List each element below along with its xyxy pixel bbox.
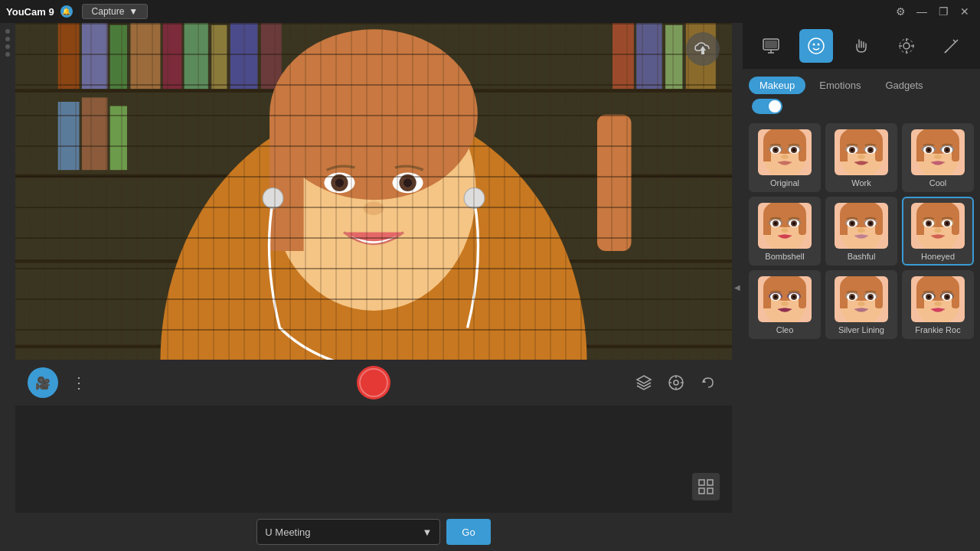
- pen-tab-icon[interactable]: [935, 29, 969, 63]
- makeup-item-cleo[interactable]: Cleo: [749, 270, 821, 339]
- monitor-tab-icon[interactable]: [754, 29, 788, 63]
- makeup-item-silver-lining[interactable]: Silver Lining: [825, 270, 897, 339]
- toggle-knob: [769, 100, 781, 112]
- svg-rect-7: [185, 23, 208, 89]
- ar-tab-icon[interactable]: [890, 29, 923, 63]
- makeup-label-cool: Cool: [929, 178, 947, 187]
- svg-point-32: [399, 174, 416, 191]
- footer-bar: U Meeting ▼ Go: [15, 513, 732, 551]
- grid-icon: [698, 479, 714, 494]
- collapse-handle[interactable]: ◀: [732, 23, 743, 551]
- settings-icon[interactable]: ⚙: [891, 2, 910, 21]
- left-dot-2: [5, 37, 10, 41]
- minimize-icon[interactable]: —: [913, 2, 931, 21]
- effects-icon[interactable]: [665, 371, 688, 394]
- right-panel-tabs: Makeup Emotions Gadgets: [743, 69, 980, 99]
- svg-point-109: [792, 222, 795, 225]
- svg-rect-8: [211, 25, 227, 90]
- svg-point-34: [364, 201, 384, 215]
- svg-rect-5: [130, 23, 160, 89]
- svg-rect-18: [15, 89, 732, 92]
- app-logo: YouCam 9 🔔: [6, 5, 73, 18]
- more-icon: ⋮: [71, 373, 87, 392]
- right-panel-top-icons: [743, 23, 980, 69]
- layers-icon[interactable]: [632, 371, 655, 394]
- svg-rect-0: [15, 23, 732, 360]
- go-button[interactable]: Go: [446, 519, 490, 545]
- svg-point-83: [869, 148, 872, 152]
- makeup-item-cool[interactable]: Cool: [902, 123, 974, 192]
- svg-rect-15: [636, 23, 662, 89]
- svg-point-171: [927, 295, 930, 298]
- upload-button[interactable]: [686, 32, 720, 66]
- svg-point-25: [270, 29, 478, 200]
- svg-point-80: [851, 148, 854, 152]
- makeup-grid: Original: [743, 120, 980, 342]
- makeup-toggle[interactable]: [752, 99, 782, 114]
- svg-point-175: [934, 302, 942, 306]
- svg-rect-47: [707, 480, 713, 485]
- dropdown-arrow-icon: ▼: [422, 527, 432, 538]
- svg-point-158: [851, 295, 854, 298]
- svg-point-33: [403, 178, 412, 187]
- makeup-item-frankie-roc[interactable]: Frankie Roc: [902, 270, 974, 339]
- timeline-panel: [15, 406, 732, 513]
- record-ring: [359, 368, 388, 397]
- svg-point-145: [774, 295, 777, 298]
- meeting-dropdown[interactable]: U Meeting ▼: [256, 519, 440, 545]
- face-tab-icon[interactable]: [799, 29, 833, 63]
- camera-button[interactable]: 🎥: [28, 367, 58, 398]
- grid-view-button[interactable]: [692, 473, 720, 500]
- makeup-face-cleo: [758, 276, 812, 322]
- makeup-label-bombshell: Bombshell: [765, 252, 804, 261]
- svg-point-97: [934, 155, 942, 159]
- svg-point-161: [869, 295, 872, 298]
- svg-rect-14: [612, 23, 634, 89]
- notification-bell[interactable]: 🔔: [60, 5, 73, 18]
- restore-icon[interactable]: ❐: [934, 2, 952, 21]
- svg-rect-2: [58, 23, 80, 89]
- svg-point-30: [335, 178, 344, 187]
- svg-point-136: [934, 228, 942, 233]
- svg-point-122: [869, 222, 872, 225]
- svg-rect-26: [270, 115, 304, 251]
- svg-point-24: [271, 72, 475, 311]
- capture-label: Capture: [92, 6, 125, 17]
- makeup-item-bombshell[interactable]: Bombshell: [749, 197, 821, 266]
- record-button[interactable]: [357, 366, 390, 399]
- makeup-item-work[interactable]: Work: [825, 123, 897, 192]
- svg-point-40: [674, 380, 678, 385]
- svg-rect-9: [230, 23, 258, 89]
- makeup-label-original: Original: [770, 178, 799, 187]
- makeup-item-honeyed[interactable]: Honeyed: [902, 197, 974, 266]
- makeup-label-frankie-roc: Frankie Roc: [915, 325, 960, 334]
- svg-rect-46: [699, 480, 704, 485]
- gesture-tab-icon[interactable]: [844, 29, 878, 63]
- app-name-label: YouCam 9: [6, 6, 54, 18]
- capture-button[interactable]: Capture ▼: [82, 4, 149, 19]
- toggle-area: [743, 99, 980, 120]
- svg-rect-13: [110, 106, 127, 171]
- makeup-item-original[interactable]: Original: [749, 123, 821, 192]
- makeup-face-honeyed: [911, 203, 965, 249]
- video-container: [15, 23, 732, 360]
- makeup-face-cool: [911, 129, 965, 175]
- svg-point-132: [927, 222, 930, 225]
- svg-point-135: [946, 222, 949, 225]
- makeup-item-bashful[interactable]: Bashful: [825, 197, 897, 266]
- undo-icon[interactable]: [697, 371, 720, 394]
- svg-rect-20: [15, 259, 732, 262]
- close-icon[interactable]: ✕: [956, 2, 974, 21]
- left-dot-1: [5, 29, 10, 34]
- makeup-face-bashful: [835, 203, 888, 249]
- video-content: [15, 23, 732, 360]
- svg-rect-4: [110, 25, 127, 90]
- svg-marker-38: [637, 376, 651, 383]
- svg-point-148: [792, 295, 795, 298]
- right-panel: Makeup Emotions Gadgets: [743, 23, 980, 551]
- more-options-button[interactable]: ⋮: [67, 371, 90, 394]
- tab-gadgets[interactable]: Gadgets: [874, 77, 933, 94]
- tab-emotions[interactable]: Emotions: [808, 77, 871, 94]
- svg-point-67: [774, 148, 777, 152]
- tab-makeup[interactable]: Makeup: [749, 77, 805, 94]
